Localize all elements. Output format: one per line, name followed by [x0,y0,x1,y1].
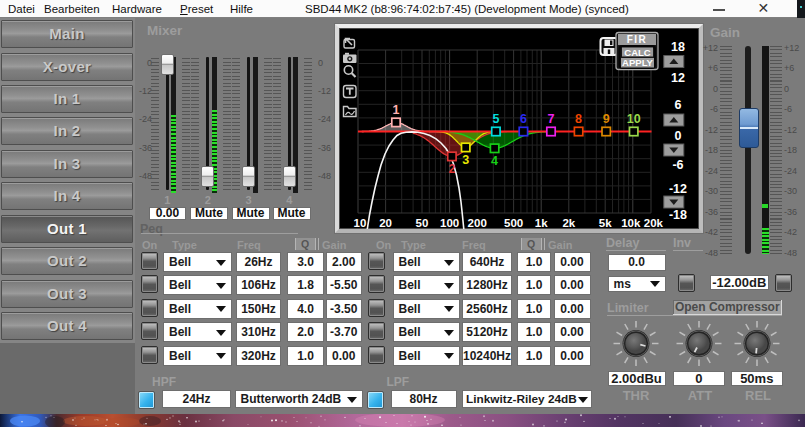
svg-text:FIR: FIR [627,34,648,45]
svg-text:7: 7 [548,112,555,126]
svg-text:12: 12 [671,71,685,85]
svg-text:100: 100 [440,217,459,229]
svg-text:20k: 20k [644,217,664,229]
svg-text:4: 4 [491,154,498,168]
svg-text:-12: -12 [669,182,687,196]
svg-text:2: 2 [448,162,455,176]
svg-text:2k: 2k [562,217,575,229]
svg-text:10: 10 [354,217,367,229]
svg-text:500: 500 [504,217,523,229]
svg-text:10k: 10k [621,217,641,229]
svg-text:CALC: CALC [624,47,651,58]
svg-text:20: 20 [379,217,392,229]
svg-text:200: 200 [468,217,487,229]
svg-text:18: 18 [671,40,685,54]
svg-text:8: 8 [575,112,582,126]
svg-text:50: 50 [416,217,429,229]
svg-text:6: 6 [520,112,527,126]
svg-text:5: 5 [492,112,499,126]
svg-text:1: 1 [393,103,400,117]
svg-text:APPLY: APPLY [622,57,653,68]
svg-text:9: 9 [603,112,610,126]
svg-text:-18: -18 [669,208,687,222]
svg-text:1k: 1k [535,217,548,229]
svg-text:3: 3 [462,153,469,167]
svg-text:0: 0 [675,129,682,143]
svg-text:-6: -6 [672,158,683,172]
svg-text:5k: 5k [599,217,612,229]
svg-text:10: 10 [627,112,641,126]
svg-text:6: 6 [675,98,682,112]
